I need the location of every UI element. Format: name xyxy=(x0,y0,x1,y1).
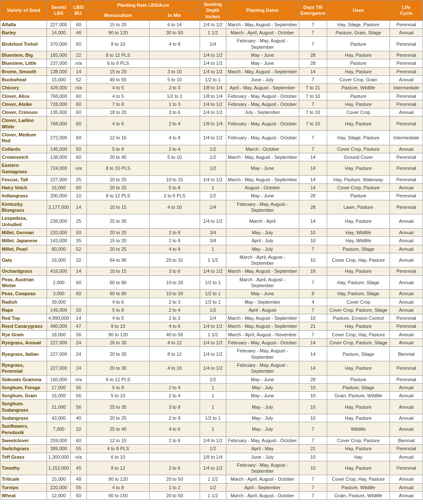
table-cell: February - May, August - October xyxy=(226,92,299,100)
table-cell: 90 to 120 xyxy=(86,475,149,483)
table-cell: Perennial xyxy=(390,200,423,214)
table-cell: 272,000 xyxy=(47,131,71,145)
table-cell: 32 xyxy=(70,253,86,267)
table-cell: 60 to 80 xyxy=(86,275,149,290)
table-cell: March - April, August - October xyxy=(226,492,299,500)
table-cell: July - September xyxy=(226,108,299,116)
table-cell: 10 to 15 xyxy=(86,267,149,275)
table-cell: 1/4 to 1/2 xyxy=(200,175,226,183)
table-cell: 145,000 xyxy=(47,145,71,153)
table-cell: 21 xyxy=(299,445,327,453)
table-cell: Annual xyxy=(390,237,423,245)
table-cell: 28 xyxy=(299,200,327,214)
table-cell: Millet, Japanese xyxy=(0,237,47,245)
table-cell: Ground Cover xyxy=(327,153,390,161)
table-cell: Perennial xyxy=(390,361,423,375)
col-header-lbs: LBS/BU. xyxy=(70,0,86,21)
table-cell: February - May, August - September xyxy=(226,37,299,51)
table-cell: March - April, August - October xyxy=(226,29,299,37)
table-cell: 45 xyxy=(70,461,86,475)
table-cell: 8 to 10 PLS xyxy=(86,161,149,176)
table-cell: 56 xyxy=(70,330,86,338)
table-row: Barley14,0004890 to 12030 to 501 1/2Marc… xyxy=(0,29,423,37)
table-cell: 1 1/2 xyxy=(200,330,226,338)
table-cell xyxy=(150,161,200,176)
table-cell: 60 xyxy=(70,131,86,145)
table-cell: Kentucky Bluegrass xyxy=(0,200,47,214)
table-cell: Pasture, Erosion Control xyxy=(327,314,390,322)
table-cell: Cover Crop xyxy=(327,108,390,116)
table-cell: 138,000 xyxy=(47,67,71,75)
table-cell: Annual xyxy=(390,245,423,253)
table-cell: 20 to 25 xyxy=(86,414,149,422)
table-cell: Annual xyxy=(390,298,423,306)
table-cell: Fescue, Tall xyxy=(0,175,47,183)
table-cell: n/a xyxy=(70,84,86,92)
table-cell: Annual xyxy=(390,483,423,491)
table-cell: 724,000 xyxy=(47,161,71,176)
table-cell: 8 to 12 PLS xyxy=(86,192,149,200)
table-cell: Hay, Pasture, Waterway xyxy=(327,175,390,183)
table-cell: 227,000 xyxy=(47,361,71,375)
table-cell: April - May xyxy=(226,445,299,453)
table-cell: 15,000 xyxy=(47,75,71,83)
table-cell: Perennial xyxy=(390,314,423,322)
table-cell: 1/2 to 1 xyxy=(200,275,226,290)
table-cell: 1/8 to 1/4 xyxy=(200,453,226,461)
table-cell: 1 xyxy=(200,245,226,253)
table-cell: May - June xyxy=(226,375,299,383)
table-cell: March - May, August - September xyxy=(226,67,299,75)
table-cell: Sorghum-Sudangrass xyxy=(0,400,47,414)
table-cell: Annual xyxy=(390,145,423,153)
table-cell: 22 xyxy=(70,51,86,59)
table-cell: Perennial xyxy=(390,153,423,161)
table-cell: 1 to 2 xyxy=(150,314,200,322)
table-cell: May - June xyxy=(226,392,299,400)
table-cell: Perennial xyxy=(390,445,423,453)
table-cell: 20 to 50 xyxy=(150,492,200,500)
table-cell: 10 to 20 xyxy=(150,290,200,298)
table-cell: Perennial xyxy=(390,116,423,131)
table-cell: Perennial xyxy=(390,267,423,275)
table-cell: 20 to 25 xyxy=(86,245,149,253)
table-cell: 21 xyxy=(299,322,327,330)
table-cell: 14 xyxy=(70,267,86,275)
table-cell: 1/4 to 1/2 xyxy=(200,347,226,361)
table-cell: Hay, Pasture, Silage xyxy=(327,290,390,298)
table-cell: Clover, Alsike xyxy=(0,100,47,108)
table-cell: June - July xyxy=(226,453,299,461)
table-cell: 60 xyxy=(70,37,86,51)
col-header-dates: Planting Dates xyxy=(226,0,299,21)
table-cell: April - July xyxy=(226,237,299,245)
table-cell: 14 xyxy=(299,67,327,75)
table-cell: Pasture xyxy=(327,92,390,100)
table-cell: February - May, August - October xyxy=(226,116,299,131)
table-cell: 1/2 to 1 xyxy=(150,92,200,100)
table-cell: Hay xyxy=(327,453,390,461)
table-cell: 1/2 xyxy=(200,153,226,161)
table-cell: 39,000 xyxy=(47,298,71,306)
table-row: Collards145,000505 to 82 to 41/2March - … xyxy=(0,145,423,153)
table-cell: Teff Grass xyxy=(0,453,47,461)
table-cell: 1 xyxy=(200,400,226,414)
table-cell: Perennial xyxy=(390,161,423,176)
table-cell: 15,000 xyxy=(47,475,71,483)
table-cell: Hay, Pasture xyxy=(327,100,390,108)
table-cell: 10 xyxy=(299,392,327,400)
table-cell: 237,000 xyxy=(47,59,71,67)
table-cell: Wheat xyxy=(0,492,47,500)
table-row: Switchgrass389,000554 to 8 PLS1/2April -… xyxy=(0,445,423,453)
table-cell: 28 xyxy=(299,59,327,67)
table-cell: March - May, August - September xyxy=(226,175,299,183)
table-cell: 7 xyxy=(299,75,327,83)
table-cell: Annual xyxy=(390,214,423,229)
table-cell: 2 to 3 xyxy=(150,298,200,306)
table-cell: 768,000 xyxy=(47,116,71,131)
table-cell: March - May, August - September xyxy=(226,314,299,322)
table-cell: 43,000 xyxy=(47,414,71,422)
table-row: Millet, German220,0005020 to 252 to 83/4… xyxy=(0,228,423,236)
table-cell: Cover Crop, Hay, Pasture xyxy=(327,253,390,267)
table-cell: 1/2 xyxy=(200,161,226,176)
table-cell: Biennial xyxy=(390,347,423,361)
table-cell: Clover, Medium Red xyxy=(0,131,47,145)
